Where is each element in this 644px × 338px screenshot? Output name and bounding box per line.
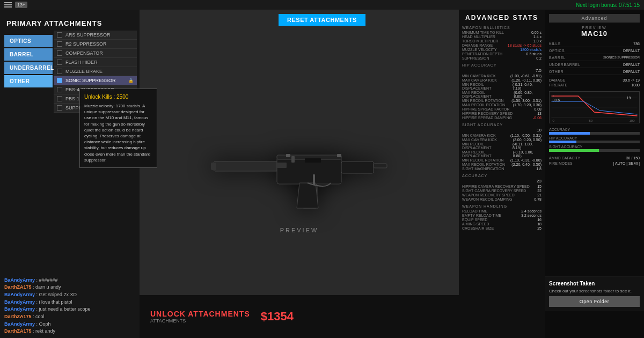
svg-rect-9: [374, 164, 387, 168]
unlock-panel: UNLOCK ATTACHMENTS ATTACHMENTS $1354: [140, 295, 459, 338]
ammo-capacity-row: AMMO CAPACITY 30 / 150: [549, 156, 640, 160]
reset-attachments-button[interactable]: RESET ATTACHMENTS: [279, 14, 365, 26]
checkbox-r2-suppressor[interactable]: [57, 41, 62, 47]
checkbox-flash-hider[interactable]: [57, 60, 62, 65]
svg-text:100: 100: [630, 119, 635, 122]
checkbox-pbs1-suppressor[interactable]: [57, 96, 62, 101]
category-barrel[interactable]: BARREL: [4, 48, 53, 61]
unlock-subtitle: ATTACHMENTS: [150, 318, 250, 324]
svg-text:50: 50: [589, 119, 593, 122]
svg-text:0: 0: [553, 119, 555, 122]
accuracy-bar-label: ACCURACY: [549, 128, 640, 131]
attachment-muzzle-brake[interactable]: MUZZLE BRAKE: [54, 67, 137, 76]
chat-name-6: DarthZA175: [4, 314, 32, 319]
advanced-panel: Advanced PREVIEW MAC10 KILLS 786 OPTICS …: [545, 10, 644, 338]
chat-name-1: BaAndyArmy: [4, 277, 35, 283]
adv-row-kills: KILLS 786: [549, 42, 640, 47]
firerate-label: FIRERATE: [549, 83, 567, 87]
svg-rect-1: [211, 163, 216, 170]
chat-line-5: BaAndyArmy : just need a better scope: [4, 306, 146, 313]
chat-line-3: BaAndyArmy : Get sniped 7x XD: [4, 292, 146, 298]
preview-label: PREVIEW: [280, 227, 319, 233]
attachment-sonic-suppressor[interactable]: SONIC SUPPRESSOR 🔒: [54, 76, 137, 85]
checkbox-suppressor[interactable]: [57, 105, 62, 111]
sight-accuracy-bar-label: SIGHT ACCURACY: [549, 145, 640, 149]
attachment-compensator[interactable]: COMPENSATOR: [54, 49, 137, 58]
damage-label: DAMAGE: [549, 78, 565, 82]
chat-name-2: DarthZA175: [4, 284, 32, 290]
fire-modes-row: FIRE MODES | AUTO | SEMI |: [549, 161, 640, 165]
category-underbarrel[interactable]: UNDERBARREL: [4, 62, 53, 74]
firerate-value: 1080: [631, 83, 640, 87]
chat-line-4: BaAndyArmy : i love that pistol: [4, 299, 146, 306]
attachment-flash-hider[interactable]: FLASH HIDER: [54, 58, 137, 67]
accuracy-bar: [549, 132, 640, 135]
tooltip-kills: Unlock Kills : 2500: [84, 93, 152, 101]
damage-value: 30.6 -> 19: [623, 78, 640, 82]
age-badge: 13+: [15, 2, 27, 8]
chat-name-5: BaAndyArmy: [4, 306, 35, 312]
checkbox-pbs4-suppressor[interactable]: [57, 87, 62, 92]
checkbox-sonic-suppressor[interactable]: [57, 78, 62, 83]
advanced-tab[interactable]: Advanced: [549, 14, 640, 23]
open-folder-button[interactable]: Open Folder: [549, 296, 640, 307]
svg-rect-12: [286, 154, 290, 157]
chat-name-8: DarthZA175: [4, 328, 32, 334]
checkbox-muzzle-brake[interactable]: [57, 69, 62, 74]
chat-line-8: DarthZA175 : rekt andy: [4, 328, 146, 335]
hip-accuracy-bar-label: HIP ACCURACY: [549, 136, 640, 140]
top-bar: 13+ Next login bonus: 07:51:15: [0, 0, 644, 10]
svg-rect-0: [214, 161, 278, 171]
attachment-tooltip: Unlock Kills : 2500 Muzzle velocity: 170…: [79, 89, 157, 168]
unlock-price: $1354: [261, 310, 294, 324]
stats-panel: ADVANCED STATS WEAPON BALLISTICS MINIMUM…: [459, 10, 545, 338]
attachment-r2-suppressor[interactable]: R2 SUPPRESSOR: [54, 40, 137, 49]
attachment-ars-suppressor[interactable]: ARS SUPPRESSOR: [54, 31, 137, 40]
adv-preview-label: PREVIEW: [549, 26, 640, 30]
menu-icon[interactable]: [4, 2, 12, 8]
svg-rect-8: [341, 161, 374, 173]
checkbox-compensator[interactable]: [57, 50, 62, 56]
sight-accuracy-bar: [549, 149, 640, 152]
adv-row-optics: OPTICS DEFAULT: [549, 49, 640, 54]
chat-line-2: DarthZA175 : darn u andy: [4, 284, 146, 291]
category-other[interactable]: OTHER: [4, 75, 53, 87]
svg-rect-7: [277, 163, 287, 168]
svg-rect-11: [337, 154, 341, 157]
chat-area: BaAndyArmy : ####### DarthZA175 : darn u…: [0, 275, 150, 339]
screenshot-message: Check out your screenshots folder to see…: [549, 289, 640, 294]
adv-gun-name: MAC10: [549, 30, 640, 38]
svg-text:30.6: 30.6: [553, 98, 560, 102]
unlock-title: UNLOCK ATTACHMENTS: [150, 310, 250, 318]
section-weapon-ballistics: WEAPON BALLISTICS: [462, 26, 541, 30]
screenshot-notification: Screenshot Taken Check out your screensh…: [545, 276, 644, 311]
checkbox-ars-suppressor[interactable]: [57, 32, 62, 38]
chat-name-7: BaAndyArmy: [4, 321, 35, 327]
chat-name-3: BaAndyArmy: [4, 292, 35, 297]
svg-text:19: 19: [627, 96, 631, 100]
category-optics[interactable]: OPTICS: [4, 35, 53, 47]
svg-marker-5: [297, 183, 318, 208]
stats-title: ADVANCED STATS: [462, 14, 541, 21]
tooltip-description: Muzzle velocity: 1700 studs/s. A unique …: [84, 103, 152, 163]
svg-rect-6: [313, 174, 315, 185]
hip-accuracy-bar: [549, 141, 640, 143]
screenshot-title: Screenshot Taken: [549, 281, 640, 286]
adv-row-underbarrel: UNDERBARREL DEFAULT: [549, 63, 640, 68]
chat-line-7: BaAndyArmy : Ooph: [4, 321, 146, 328]
svg-rect-13: [291, 156, 295, 163]
gun-image: [197, 114, 401, 222]
login-bonus: Next login bonus: 07:51:15: [576, 2, 640, 8]
preview-area: PREVIEW: [140, 10, 459, 338]
adv-row-other: OTHER DEFAULT: [549, 70, 640, 75]
svg-rect-10: [305, 158, 321, 163]
adv-row-barrel: BARREL SIONICS SUPPRESSOR: [549, 56, 640, 61]
chat-name-4: BaAndyArmy: [4, 299, 35, 305]
chat-line-1: BaAndyArmy : #######: [4, 277, 146, 284]
chat-line-6: DarthZA175 : cool: [4, 314, 146, 320]
damage-chart: 0 50 100 0 19 30.6: [549, 91, 640, 123]
